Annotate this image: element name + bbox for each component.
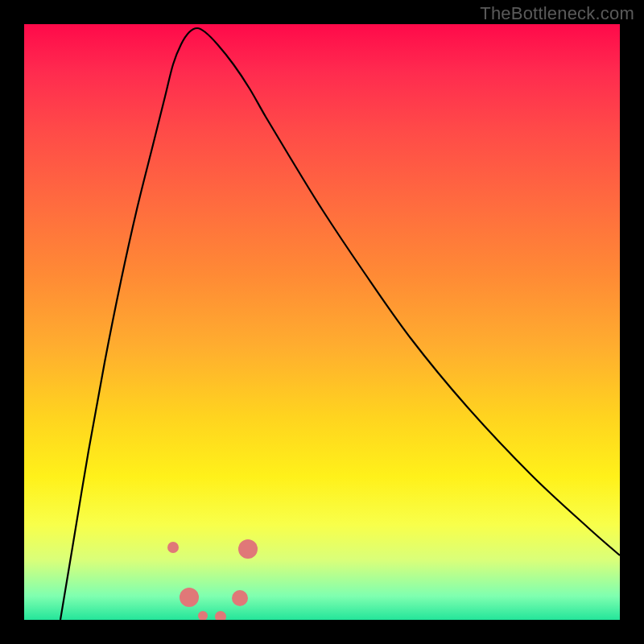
dot-bottom-1	[198, 611, 208, 620]
curve-layer	[24, 24, 620, 620]
watermark-text: TheBottleneck.com	[480, 3, 634, 24]
dot-left-lower	[180, 588, 199, 607]
dot-right-lower	[232, 590, 248, 606]
curve-markers	[167, 539, 258, 620]
chart-frame: TheBottleneck.com	[0, 0, 644, 644]
dot-right-upper	[238, 539, 258, 559]
bottleneck-curve	[60, 28, 620, 620]
dot-left-upper	[167, 542, 179, 553]
plot-area	[24, 24, 620, 620]
dot-bottom-2	[215, 611, 226, 620]
